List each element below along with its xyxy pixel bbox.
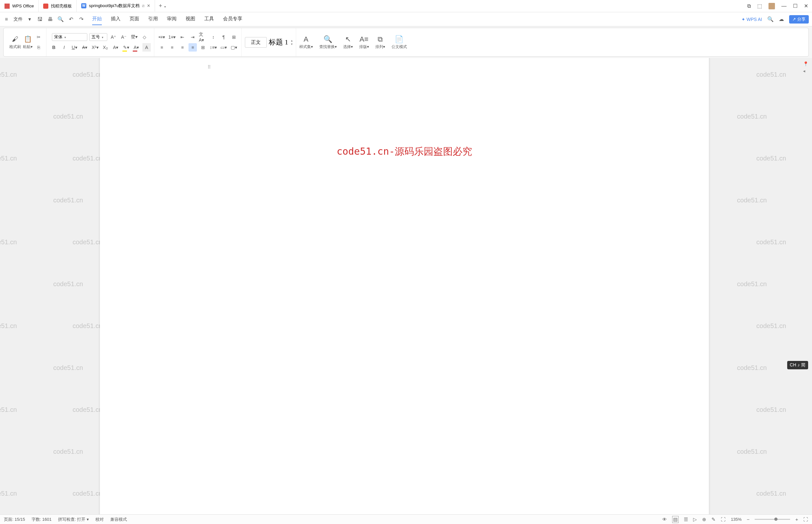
location-pin-icon[interactable]: 📍 (803, 61, 810, 66)
avatar-icon[interactable] (768, 3, 775, 9)
zoom-level[interactable]: 135% (731, 517, 742, 522)
superscript-icon[interactable]: X²▾ (91, 43, 99, 52)
new-tab-button[interactable]: + ▾ (155, 3, 170, 9)
sort-icon[interactable]: ↕ (209, 33, 217, 41)
subscript-icon[interactable]: X₂ (101, 43, 110, 52)
underline-icon[interactable]: U▾ (70, 43, 79, 52)
italic-icon[interactable]: I (60, 43, 68, 52)
preview-icon[interactable]: 🔍 (57, 16, 64, 22)
cube-icon[interactable]: ⬚ (757, 3, 762, 9)
tab-document[interactable]: W springboot9pi7u数据库文档 ⎚ × (77, 0, 155, 12)
multiwindow-icon[interactable]: ⧉ (747, 3, 751, 9)
wps-ai-button[interactable]: ✦ WPS AI (742, 17, 762, 22)
menu-hamburger-icon[interactable]: ≡ (3, 16, 10, 22)
file-menu[interactable]: 文件 (14, 16, 22, 22)
distribute-icon[interactable]: ⊞ (199, 43, 207, 52)
share-button[interactable]: ↗ 分享 (789, 15, 809, 23)
doc-mode-button[interactable]: 📄 公文模式 (388, 35, 410, 50)
change-case-icon[interactable]: 燮▾ (130, 33, 138, 41)
print-layout-icon[interactable]: ▤ (672, 516, 679, 523)
tab-home[interactable]: 开始 (92, 13, 102, 25)
style-normal[interactable]: 正文 (245, 37, 267, 48)
tab-tools[interactable]: 工具 (204, 13, 214, 25)
maximize-icon[interactable]: ☐ (793, 3, 797, 9)
tab-insert[interactable]: 插入 (111, 13, 120, 25)
number-list-icon[interactable]: 1≡▾ (168, 33, 176, 41)
close-window-icon[interactable]: ✕ (804, 3, 808, 9)
find-replace-button[interactable]: 🔍 查找替换▾ (316, 35, 340, 50)
tab-wps-office[interactable]: WPS Office (0, 0, 39, 12)
drag-handle-icon[interactable]: ⠿ (208, 64, 211, 70)
cut-icon[interactable]: ✂ (34, 33, 43, 41)
decrease-indent-icon[interactable]: ⇤ (178, 33, 186, 41)
shading-icon[interactable]: ▭▾ (219, 43, 228, 52)
tab-page[interactable]: 页面 (130, 13, 139, 25)
style-heading1[interactable]: 标题 1 (269, 37, 288, 47)
page-indicator[interactable]: 页面: 15/15 (4, 517, 25, 522)
increase-indent-icon[interactable]: ⇥ (188, 33, 197, 41)
align-center-icon[interactable]: ≡ (168, 43, 176, 52)
zoom-in-icon[interactable]: + (795, 517, 798, 522)
bold-icon[interactable]: B (50, 43, 58, 52)
strikethrough-icon[interactable]: A▾ (81, 43, 89, 52)
text-direction-icon[interactable]: 文A▾ (199, 33, 207, 41)
format-painter-icon[interactable]: 🖌 (11, 35, 19, 43)
paragraph-mark-icon[interactable]: ¶ (219, 33, 228, 41)
font-size-select[interactable]: 五号 ▾ (89, 33, 107, 41)
cloud-upload-icon[interactable]: ☁ (779, 16, 784, 22)
redo-icon[interactable]: ↷ (78, 16, 84, 22)
align-right-icon[interactable]: ≡ (178, 43, 186, 52)
reading-view-icon[interactable]: ▷ (693, 517, 697, 522)
font-color-icon[interactable]: A▾ (132, 43, 140, 52)
align-justify-icon[interactable]: ≡ (188, 43, 197, 52)
web-layout-icon[interactable]: ⊕ (702, 517, 706, 522)
shrink-font-icon[interactable]: A⁻ (119, 33, 128, 41)
style-set-button[interactable]: A 样式集▾ (296, 35, 316, 50)
tab-templates[interactable]: 找稻壳模板 (39, 0, 77, 12)
tab-member[interactable]: 会员专享 (223, 13, 242, 25)
print-icon[interactable]: 🖶 (47, 16, 53, 22)
style-next-icon[interactable]: ▾ (291, 42, 293, 46)
highlight-icon[interactable]: ✎▾ (122, 43, 130, 52)
show-marks-icon[interactable]: ⊞ (230, 33, 238, 41)
tab-references[interactable]: 引用 (148, 13, 158, 25)
char-shading-icon[interactable]: A (143, 43, 151, 52)
draft-view-icon[interactable]: ✎ (711, 517, 716, 522)
minimize-icon[interactable]: — (781, 3, 786, 9)
copy-icon[interactable]: ⎘ (34, 43, 43, 52)
focus-mode-icon[interactable]: ⛶ (721, 517, 726, 522)
arrange-button[interactable]: ⧉ 排列▾ (372, 35, 388, 50)
bullet-list-icon[interactable]: •≡▾ (158, 33, 166, 41)
borders-icon[interactable]: ▢▾ (230, 43, 238, 52)
chevron-down-icon[interactable]: ▾ (27, 16, 33, 22)
document-area[interactable]: // This will be generated below by inlin… (0, 58, 812, 514)
chevron-left-icon[interactable]: ◂ (803, 68, 810, 73)
outline-view-icon[interactable]: ☰ (684, 517, 688, 522)
zoom-out-icon[interactable]: − (747, 517, 749, 522)
style-prev-icon[interactable]: ▴ (291, 39, 293, 42)
eye-icon[interactable]: 👁 (662, 517, 667, 522)
text-effects-icon[interactable]: A▾ (112, 43, 120, 52)
align-left-icon[interactable]: ≡ (158, 43, 166, 52)
save-icon[interactable]: 🖫 (37, 16, 43, 22)
font-name-select[interactable]: 宋体 ▾ (52, 33, 87, 41)
ime-badge[interactable]: CH ♪ 简 (787, 361, 808, 369)
clear-format-icon[interactable]: ◇ (140, 33, 149, 41)
tab-view[interactable]: 视图 (186, 13, 195, 25)
search-icon[interactable]: 🔍 (767, 16, 774, 22)
grow-font-icon[interactable]: A⁺ (109, 33, 118, 41)
document-page[interactable]: ⠿ code51.cn-源码乐园盗图必究 (100, 58, 709, 514)
proofing-status[interactable]: 校对 (95, 517, 104, 522)
paragraph-group: •≡▾ 1≡▾ ⇤ ⇥ 文A▾ ↕ ¶ ⊞ ≡ ≡ ≡ ≡ ⊞ ↕≡▾ ▭▾ ▢… (154, 28, 242, 56)
line-spacing-icon[interactable]: ↕≡▾ (209, 43, 217, 52)
undo-icon[interactable]: ↶ (68, 16, 74, 22)
fullscreen-icon[interactable]: ⛶ (803, 517, 808, 522)
zoom-slider[interactable] (755, 519, 790, 520)
tab-review[interactable]: 审阅 (167, 13, 177, 25)
select-button[interactable]: ↖ 选择▾ (340, 35, 356, 50)
word-count[interactable]: 字数: 1601 (32, 517, 52, 522)
spellcheck-status[interactable]: 拼写检查: 打开 ▾ (58, 517, 89, 522)
paste-icon[interactable]: 📋 (23, 35, 32, 43)
layout-button[interactable]: A≡ 排版▾ (356, 35, 372, 50)
close-tab-icon[interactable]: × (147, 3, 150, 9)
